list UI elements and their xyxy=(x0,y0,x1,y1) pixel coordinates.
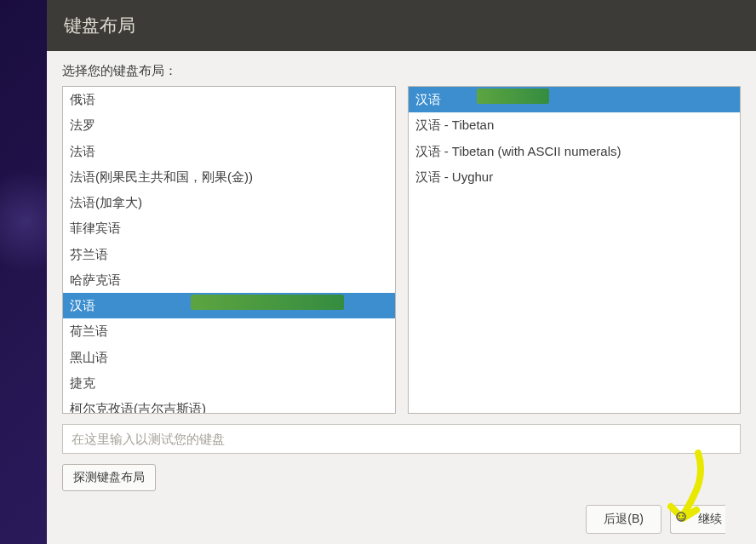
lists-row: 俄语法罗法语法语(刚果民主共和国，刚果(金))法语(加拿大)菲律宾语芬兰语哈萨克… xyxy=(62,86,741,414)
choose-layout-label: 选择您的键盘布局： xyxy=(62,63,741,79)
titlebar: 键盘布局 xyxy=(47,0,756,51)
footer: 后退(B) 继续 xyxy=(62,491,741,544)
highlight-marker xyxy=(191,295,344,310)
detect-layout-button[interactable]: 探测键盘布局 xyxy=(62,464,156,491)
below-row: 探测键盘布局 xyxy=(62,464,741,491)
list-item[interactable]: 荷兰语 xyxy=(63,318,395,344)
list-item[interactable]: 俄语 xyxy=(63,87,395,112)
list-item[interactable]: 法语(加拿大) xyxy=(63,190,395,215)
list-item[interactable]: 汉语 xyxy=(63,293,395,318)
list-item[interactable]: 捷克 xyxy=(63,370,395,396)
window-title: 键盘布局 xyxy=(64,14,135,37)
language-list[interactable]: 俄语法罗法语法语(刚果民主共和国，刚果(金))法语(加拿大)菲律宾语芬兰语哈萨克… xyxy=(62,86,396,414)
installer-window: 键盘布局 选择您的键盘布局： 俄语法罗法语法语(刚果民主共和国，刚果(金))法语… xyxy=(47,0,756,544)
list-item[interactable]: 哈萨克语 xyxy=(63,267,395,293)
list-item[interactable]: 菲律宾语 xyxy=(63,215,395,241)
continue-button[interactable]: 继续 xyxy=(670,505,725,534)
list-item[interactable]: 芬兰语 xyxy=(63,242,395,267)
list-item[interactable]: 汉语 - Tibetan (with ASCII numerals) xyxy=(409,139,741,164)
list-item[interactable]: 柯尔克孜语(吉尔吉斯语) xyxy=(63,396,395,414)
list-item[interactable]: 法语(刚果民主共和国，刚果(金)) xyxy=(63,164,395,190)
list-item[interactable]: 汉语 xyxy=(409,87,741,112)
variant-list[interactable]: 汉语汉语 - Tibetan汉语 - Tibetan (with ASCII n… xyxy=(408,86,742,414)
list-item[interactable]: 法罗 xyxy=(63,112,395,138)
list-item[interactable]: 法语 xyxy=(63,139,395,164)
keyboard-test-input[interactable] xyxy=(62,424,741,454)
back-button[interactable]: 后退(B) xyxy=(586,505,662,534)
content-area: 选择您的键盘布局： 俄语法罗法语法语(刚果民主共和国，刚果(金))法语(加拿大)… xyxy=(47,51,756,544)
list-item[interactable]: 汉语 - Tibetan xyxy=(409,112,741,138)
highlight-marker xyxy=(477,89,549,104)
list-item[interactable]: 黑山语 xyxy=(63,345,395,370)
list-item[interactable]: 汉语 - Uyghur xyxy=(409,164,741,190)
